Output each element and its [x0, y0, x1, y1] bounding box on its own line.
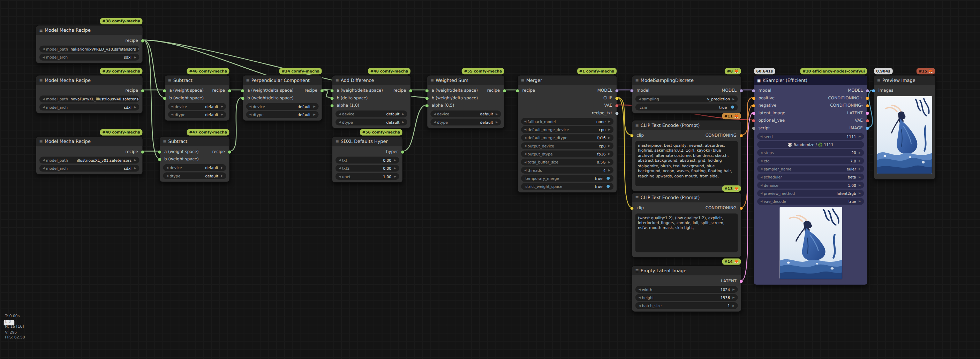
widget-vae_decode[interactable]: ◀vae_decodetrue▶ — [757, 198, 864, 205]
decrement-arrow-icon[interactable]: ◀ — [760, 159, 763, 162]
node-title-bar[interactable]: ☰Weighted Sum — [427, 76, 504, 85]
node-title-bar[interactable]: ☰Subtract — [165, 76, 229, 85]
widget-output_device[interactable]: ◀output_devicecpu▶ — [521, 142, 614, 149]
input-slot-a-weight-delta-space-dot[interactable] — [425, 89, 429, 92]
toggle-temporary_merge[interactable]: temporary_mergetrue — [521, 175, 614, 182]
decrement-arrow-icon[interactable]: ◀ — [433, 112, 436, 115]
node-menu-icon[interactable]: ☰ — [877, 78, 881, 83]
node-subtract-46[interactable]: #46 comfy-mecha☰Subtracta (weight space)… — [164, 75, 230, 121]
increment-arrow-icon[interactable]: ▶ — [393, 175, 397, 178]
input-slot-b-delta-space-dot[interactable] — [331, 97, 334, 100]
widget-dtype[interactable]: ◀dtypedefault▶ — [246, 111, 319, 118]
widget-device[interactable]: ◀devicedefault▶ — [168, 103, 226, 110]
increment-arrow-icon[interactable]: ▶ — [495, 112, 499, 115]
output-slot-vae-dot[interactable] — [866, 119, 869, 122]
output-slot-conditioning-dot[interactable] — [866, 97, 869, 100]
increment-arrow-icon[interactable]: ▶ — [401, 121, 405, 124]
increment-arrow-icon[interactable]: ▶ — [393, 159, 397, 162]
widget-height[interactable]: ◀height1536▶ — [635, 294, 738, 301]
widget-model_arch[interactable]: ◀model_archsdxl▶ — [40, 103, 140, 111]
node-title-bar[interactable]: ☰CLIP Text Encode (Prompt) — [632, 121, 741, 130]
node-title-bar[interactable]: ☰ModelSamplingDiscrete — [632, 76, 741, 85]
increment-arrow-icon[interactable]: ▶ — [133, 167, 137, 170]
increment-arrow-icon[interactable]: ▶ — [732, 304, 735, 307]
node-title-bar[interactable]: ☰Perpendicular Component — [243, 76, 322, 85]
widget-preview_method[interactable]: ◀preview_methodlatent2rgb▶ — [757, 190, 864, 197]
widget-dtype[interactable]: ◀dtypedefault▶ — [163, 172, 226, 179]
input-slot-a-weight-space-dot[interactable] — [163, 89, 166, 92]
node-empty-latent-image-14[interactable]: #14 🦊☰Empty Latent ImageLATENT◀width1024… — [632, 265, 741, 312]
input-slot-positive-dot[interactable] — [752, 97, 756, 100]
node-menu-icon[interactable]: ☰ — [430, 78, 434, 83]
decrement-arrow-icon[interactable]: ◀ — [338, 167, 341, 170]
output-slot-model-dot[interactable] — [740, 89, 743, 92]
node-title-bar[interactable]: ☰Add Difference — [332, 76, 410, 85]
widget-model_arch[interactable]: ◀model_archsdxl▶ — [40, 165, 140, 172]
widget-model_path[interactable]: ◀model_pathillustriousXL_v01.safetensors… — [40, 157, 140, 164]
output-slot-conditioning-dot[interactable] — [866, 104, 869, 107]
decrement-arrow-icon[interactable]: ◀ — [523, 169, 527, 172]
decrement-arrow-icon[interactable]: ◀ — [42, 97, 45, 100]
toggle-knob-icon[interactable] — [731, 105, 734, 109]
output-slot-latent-dot[interactable] — [740, 280, 743, 283]
increment-arrow-icon[interactable]: ▶ — [858, 175, 861, 178]
node-add-difference-48[interactable]: #48 comfy-mecha☰Add Differencea (weight/… — [332, 75, 411, 129]
widget-txt[interactable]: ◀txt0.00▶ — [336, 157, 399, 164]
output-slot-recipe-dot[interactable] — [141, 89, 145, 92]
widget-total_buffer_size[interactable]: ◀total_buffer_size0.5G▶ — [521, 159, 614, 165]
increment-arrow-icon[interactable]: ▶ — [858, 192, 861, 195]
increment-arrow-icon[interactable]: ▶ — [495, 121, 499, 124]
widget-unet[interactable]: ◀unet1.00▶ — [336, 173, 399, 180]
decrement-arrow-icon[interactable]: ◀ — [523, 144, 527, 148]
node-model-mecha-recipe-39[interactable]: #39 comfy-mecha☰Model Mecha Reciperecipe… — [36, 75, 143, 114]
widget-cfg[interactable]: ◀cfg7.0▶ — [757, 157, 864, 164]
widget-model_path[interactable]: ◀model_pathnakariomixVPRED_v10.safetenso… — [40, 46, 140, 52]
decrement-arrow-icon[interactable]: ◀ — [338, 112, 341, 115]
decrement-arrow-icon[interactable]: ◀ — [523, 136, 527, 140]
input-slot-optional_vae-dot[interactable] — [752, 119, 756, 122]
node-weighted-sum-55[interactable]: #55 comfy-mecha☰Weighted Suma (weight/de… — [426, 75, 505, 129]
widget-default_merge_dtype[interactable]: ◀default_merge_dtypefp16▶ — [521, 134, 614, 141]
input-slot-a-weight-space-dot[interactable] — [158, 150, 161, 153]
increment-arrow-icon[interactable]: ▶ — [608, 152, 611, 156]
decrement-arrow-icon[interactable]: ◀ — [638, 288, 641, 291]
widget-model_path[interactable]: ◀model_pathnovaFurryXL_illustriousV40.sa… — [40, 95, 140, 102]
node-title-bar[interactable]: ☰Model Mecha Recipe — [36, 76, 143, 85]
widget-model_arch[interactable]: ◀model_archsdxl▶ — [40, 54, 140, 60]
node-menu-icon[interactable]: ☰ — [168, 78, 172, 83]
widget-device[interactable]: ◀devicedefault▶ — [336, 111, 407, 118]
input-slot-latent_image-dot[interactable] — [752, 111, 756, 115]
node-subtract-47[interactable]: #47 comfy-mecha☰Subtracta (weight space)… — [159, 136, 230, 183]
widget-device[interactable]: ◀devicedefault▶ — [246, 103, 319, 110]
decrement-arrow-icon[interactable]: ◀ — [249, 105, 252, 108]
node-menu-icon[interactable]: ☰ — [336, 78, 339, 83]
widget-steps[interactable]: ◀steps20▶ — [757, 149, 864, 156]
toggle-knob-icon[interactable] — [606, 185, 609, 188]
output-slot-recipe-dot[interactable] — [141, 150, 145, 153]
node-ksampler-efficient-10[interactable]: 60.641s#10 efficiency-nodes-comfyui■KSam… — [753, 75, 868, 286]
output-slot-recipe_txt-dot[interactable] — [615, 111, 618, 115]
node-menu-icon[interactable]: ☰ — [336, 139, 339, 144]
decrement-arrow-icon[interactable]: ◀ — [338, 159, 341, 162]
node-menu-icon[interactable]: ☰ — [40, 28, 43, 33]
increment-arrow-icon[interactable]: ▶ — [732, 296, 735, 299]
output-slot-model-dot[interactable] — [866, 89, 869, 92]
widget-scheduler[interactable]: ◀schedulerbeta▶ — [757, 173, 864, 181]
increment-arrow-icon[interactable]: ▶ — [858, 159, 861, 162]
input-slot-model-dot[interactable] — [630, 89, 633, 92]
increment-arrow-icon[interactable]: ▶ — [312, 113, 316, 116]
output-slot-model-dot[interactable] — [615, 89, 618, 92]
decrement-arrow-icon[interactable]: ◀ — [638, 97, 641, 100]
increment-arrow-icon[interactable]: ▶ — [858, 135, 861, 138]
decrement-arrow-icon[interactable]: ◀ — [42, 167, 45, 170]
input-slot-b-weight-delta-space-dot[interactable] — [425, 97, 429, 100]
output-slot-recipe-dot[interactable] — [228, 89, 231, 92]
widget-dtype[interactable]: ◀dtypedefault▶ — [168, 111, 226, 118]
input-slot-b-weight-space-dot[interactable] — [163, 97, 166, 100]
increment-arrow-icon[interactable]: ▶ — [608, 160, 611, 164]
decrement-arrow-icon[interactable]: ◀ — [638, 296, 641, 299]
node-menu-icon[interactable]: ☰ — [635, 195, 639, 200]
increment-arrow-icon[interactable]: ▶ — [133, 56, 137, 59]
node-title-bar[interactable]: ☰CLIP Text Encode (Prompt) — [632, 193, 741, 202]
output-slot-conditioning-dot[interactable] — [740, 134, 743, 137]
